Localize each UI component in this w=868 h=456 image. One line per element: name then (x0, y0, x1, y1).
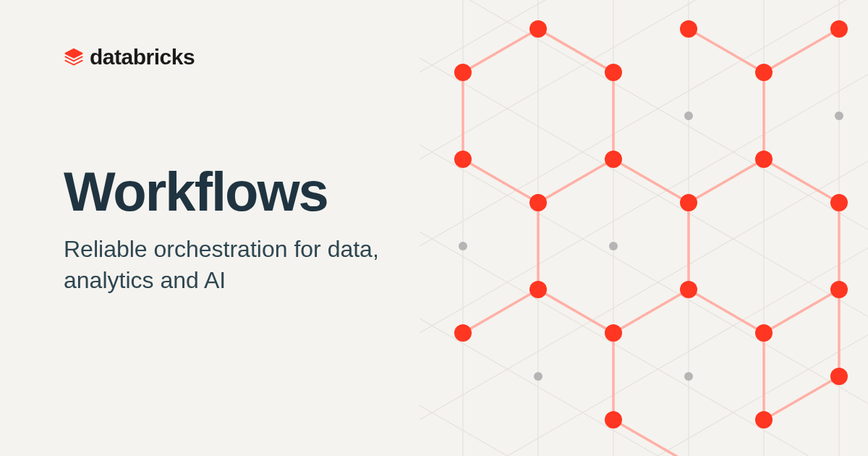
svg-point-45 (609, 242, 618, 250)
svg-line-0 (420, 0, 868, 255)
svg-point-67 (755, 324, 773, 342)
svg-line-23 (463, 159, 538, 203)
svg-point-52 (605, 64, 622, 81)
svg-line-5 (420, 405, 868, 456)
svg-line-38 (764, 159, 839, 203)
svg-point-50 (454, 64, 472, 81)
svg-point-68 (605, 411, 622, 428)
svg-point-61 (830, 194, 848, 211)
svg-line-4 (420, 318, 868, 456)
brand-logo: databricks (64, 45, 195, 69)
svg-point-63 (680, 281, 697, 298)
svg-line-42 (764, 376, 839, 420)
svg-point-66 (605, 324, 622, 342)
svg-line-3 (420, 232, 868, 456)
svg-point-69 (755, 411, 773, 428)
svg-line-8 (420, 0, 868, 246)
svg-point-59 (680, 194, 697, 211)
svg-line-35 (689, 290, 764, 333)
svg-line-25 (613, 159, 689, 203)
svg-point-54 (755, 64, 773, 81)
svg-line-26 (689, 159, 764, 203)
svg-line-19 (463, 29, 538, 72)
svg-line-40 (613, 420, 689, 456)
svg-point-60 (755, 151, 773, 168)
svg-point-64 (830, 281, 848, 298)
hero-subtitle: Reliable orchestration for data, analyti… (64, 234, 440, 296)
svg-line-33 (613, 290, 689, 333)
svg-point-56 (454, 151, 472, 168)
hero-title: Workflows (64, 163, 440, 221)
databricks-icon (64, 47, 84, 67)
svg-line-29 (689, 29, 764, 72)
svg-point-44 (459, 242, 467, 250)
svg-point-62 (529, 281, 547, 298)
svg-point-70 (830, 368, 848, 385)
svg-line-11 (420, 223, 868, 456)
svg-line-7 (420, 0, 868, 159)
svg-line-6 (420, 0, 868, 72)
svg-line-32 (538, 290, 613, 333)
svg-point-53 (680, 20, 697, 38)
svg-line-20 (538, 29, 613, 72)
svg-point-49 (534, 372, 542, 381)
svg-line-36 (764, 290, 839, 333)
hero-content: Workflows Reliable orchestration for dat… (64, 163, 440, 296)
svg-point-46 (684, 111, 693, 120)
network-graphic (420, 0, 868, 456)
svg-point-55 (830, 20, 848, 38)
svg-line-24 (538, 159, 613, 203)
svg-line-12 (420, 310, 868, 456)
svg-point-48 (835, 111, 843, 120)
svg-line-28 (764, 29, 839, 72)
brand-name: databricks (90, 45, 195, 69)
svg-point-57 (529, 194, 547, 211)
svg-point-51 (529, 20, 547, 38)
svg-point-47 (684, 372, 693, 381)
svg-line-31 (463, 290, 538, 333)
svg-point-65 (454, 324, 472, 342)
svg-point-58 (605, 151, 622, 168)
